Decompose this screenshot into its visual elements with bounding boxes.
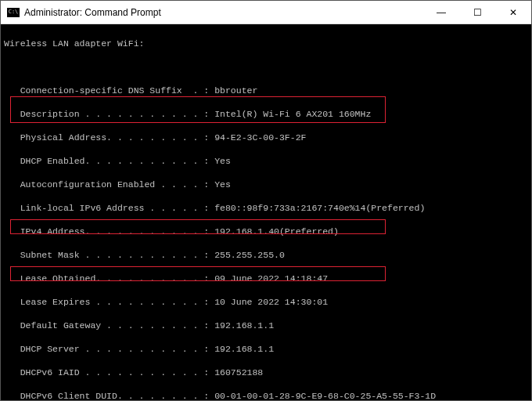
output-row: IPv4 Address. . . . . . . . . . . : 192.…	[4, 226, 528, 237]
minimize-button[interactable]: —	[423, 1, 459, 24]
output-row: Connection-specific DNS Suffix . : bbrou…	[4, 85, 528, 96]
output-row: Lease Expires . . . . . . . . . . : 10 J…	[4, 296, 528, 308]
output-row: Description . . . . . . . . . . . : Inte…	[4, 108, 528, 120]
blank-line	[4, 61, 528, 73]
section-header: Wireless LAN adapter WiFi:	[4, 38, 528, 49]
output-row: Link-local IPv6 Address . . . . . : fe80…	[4, 202, 528, 214]
terminal-output[interactable]: Wireless LAN adapter WiFi: Connection-sp…	[1, 24, 531, 400]
cmd-icon: C:\	[7, 8, 20, 17]
output-row: DHCP Server . . . . . . . . . . . : 192.…	[4, 343, 528, 355]
output-row: Physical Address. . . . . . . . . : 94-E…	[4, 132, 528, 143]
close-button[interactable]: ✕	[495, 1, 531, 24]
titlebar[interactable]: C:\ Administrator: Command Prompt — ☐ ✕	[1, 1, 531, 24]
output-row: DHCPv6 Client DUID. . . . . . . . : 00-0…	[4, 390, 528, 400]
output-row: Default Gateway . . . . . . . . . : 192.…	[4, 320, 528, 331]
output-row: Lease Obtained. . . . . . . . . . : 09 J…	[4, 273, 528, 284]
maximize-button[interactable]: ☐	[459, 1, 495, 24]
output-row: Subnet Mask . . . . . . . . . . . : 255.…	[4, 249, 528, 261]
command-prompt-window: C:\ Administrator: Command Prompt — ☐ ✕ …	[0, 0, 532, 401]
output-row: Autoconfiguration Enabled . . . . : Yes	[4, 179, 528, 190]
window-title: Administrator: Command Prompt	[24, 7, 161, 18]
output-row: DHCPv6 IAID . . . . . . . . . . . : 1607…	[4, 367, 528, 378]
output-row: DHCP Enabled. . . . . . . . . . . : Yes	[4, 155, 528, 167]
